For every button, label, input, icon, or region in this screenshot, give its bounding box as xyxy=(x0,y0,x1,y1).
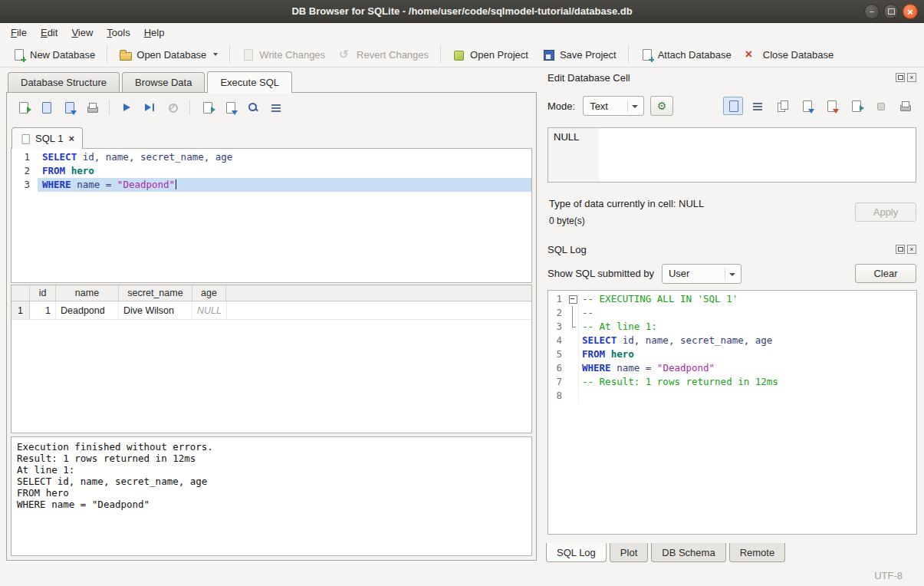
table-cell[interactable]: Dive Wilson xyxy=(119,301,192,319)
log-filter-select[interactable]: User xyxy=(662,264,742,284)
save-project-button[interactable]: Save Project xyxy=(536,45,623,64)
text-mode-button[interactable] xyxy=(723,97,743,115)
code-line[interactable]: 1SELECT id, name, secret_name, age xyxy=(12,150,531,164)
word-wrap-cell-button[interactable] xyxy=(748,97,768,115)
float-dock-icon[interactable] xyxy=(896,73,905,82)
code-line[interactable]: 3-- At line 1: xyxy=(548,320,916,334)
execute-all-icon xyxy=(120,101,133,114)
sql-token: id, name, secret_name, age xyxy=(77,151,232,163)
write-changes-label: Write Changes xyxy=(259,49,325,61)
message-line: SELECT id, name, secret_name, age xyxy=(17,476,526,487)
dock-tab-plot[interactable]: Plot xyxy=(610,543,648,562)
sql-token: FROM xyxy=(582,348,605,360)
save-sql-file-as-icon xyxy=(63,101,75,114)
code-line[interactable]: 6WHERE name = "Deadpond" xyxy=(548,361,916,375)
close-database-icon: × xyxy=(745,48,758,61)
titlebar[interactable]: DB Browser for SQLite - /home/user/code/… xyxy=(0,0,924,23)
fold-marker-icon xyxy=(567,306,579,320)
tab-browse-data[interactable]: Browse Data xyxy=(122,72,205,92)
export-cell-button[interactable] xyxy=(821,97,841,115)
sql-editor-tab[interactable]: SQL 1 × xyxy=(12,127,83,149)
dock-tab-db-schema[interactable]: DB Schema xyxy=(651,543,725,562)
cell-editor[interactable]: NULL xyxy=(547,127,916,183)
maximize-button[interactable] xyxy=(883,4,899,19)
line-number: 3 xyxy=(548,320,567,334)
print-cell-button[interactable] xyxy=(895,97,915,115)
execute-all-button[interactable] xyxy=(117,97,136,117)
clear-log-button[interactable]: Clear xyxy=(855,264,916,283)
sql-token: -- EXECUTING ALL IN 'SQL 1' xyxy=(582,293,738,305)
open-project-button[interactable]: Open Project xyxy=(446,45,534,64)
minimize-button[interactable]: − xyxy=(864,4,880,19)
print-sql-button[interactable] xyxy=(82,97,102,117)
code-line[interactable]: 4SELECT id, name, secret_name, age xyxy=(548,334,916,347)
save-sql-file-as-button[interactable] xyxy=(59,97,79,117)
menubar: File Edit View Tools Help xyxy=(0,23,924,42)
encoding-indicator[interactable]: UTF-8 xyxy=(874,570,903,581)
import-cell-button[interactable] xyxy=(797,97,817,115)
copy-icon xyxy=(776,100,788,112)
menu-edit[interactable]: Edit xyxy=(34,25,64,41)
save-cell-as-button[interactable] xyxy=(846,97,866,115)
word-wrap-button[interactable] xyxy=(266,97,286,117)
code-text: SELECT id, name, secret_name, age xyxy=(579,334,916,347)
code-text: -- xyxy=(579,306,916,320)
code-line[interactable]: 2-- xyxy=(548,306,916,320)
copy-cell-button[interactable] xyxy=(772,97,792,115)
open-database-button[interactable]: Open Database xyxy=(113,45,224,64)
find-replace-button[interactable] xyxy=(243,97,263,117)
tab-execute-sql[interactable]: Execute SQL xyxy=(207,71,292,93)
menu-view[interactable]: View xyxy=(64,25,100,41)
column-header[interactable]: age xyxy=(192,285,226,301)
save-sql-file-button[interactable] xyxy=(36,97,56,117)
message-line: At line 1: xyxy=(17,464,526,476)
column-header[interactable]: name xyxy=(56,285,119,301)
open-database-dropdown-icon[interactable] xyxy=(213,53,218,56)
sql-log-view[interactable]: 1-- EXECUTING ALL IN 'SQL 1'2--3-- At li… xyxy=(547,290,917,535)
code-line[interactable]: 3WHERE name = "Deadpond" xyxy=(12,178,531,192)
mode-select[interactable]: Text xyxy=(583,96,644,116)
window-title: DB Browser for SQLite - /home/user/code/… xyxy=(0,5,924,17)
auto-detect-mode-button[interactable]: ⚙ xyxy=(650,96,673,116)
export-results-button[interactable] xyxy=(197,97,217,117)
close-database-button[interactable]: × Close Database xyxy=(739,45,840,64)
new-database-button[interactable]: New Database xyxy=(6,45,101,64)
tab-database-structure[interactable]: Database Structure xyxy=(8,72,120,92)
close-dock-icon[interactable]: × xyxy=(907,245,916,254)
table-cell[interactable]: NULL xyxy=(192,301,227,319)
execute-sql-pane: SQL 1 × 1SELECT id, name, secret_name, a… xyxy=(6,92,537,561)
sql-editor[interactable]: 1SELECT id, name, secret_name, age2FROM … xyxy=(11,148,532,283)
close-dock-icon[interactable]: × xyxy=(907,73,916,82)
column-header[interactable]: id xyxy=(30,285,56,301)
table-cell[interactable]: Deadpond xyxy=(56,301,119,319)
sql-token xyxy=(65,165,71,176)
execution-message-area[interactable]: Execution finished without errors.Result… xyxy=(11,436,532,556)
close-button[interactable]: × xyxy=(903,4,918,19)
float-dock-icon[interactable] xyxy=(896,245,905,254)
code-line[interactable]: 5FROM hero xyxy=(548,347,916,361)
code-line[interactable]: 8 xyxy=(548,389,916,403)
toolbar-separator xyxy=(189,100,190,115)
close-tab-icon[interactable]: × xyxy=(68,133,74,143)
row-number[interactable]: 1 xyxy=(12,301,30,319)
dock-tab-sql-log[interactable]: SQL Log xyxy=(546,543,607,562)
message-line: WHERE name = "Deadpond" xyxy=(17,499,526,510)
execute-current-line-button[interactable] xyxy=(140,97,159,117)
dock-tab-remote[interactable]: Remote xyxy=(729,543,786,562)
code-line[interactable]: 2FROM hero xyxy=(12,164,531,178)
attach-database-button[interactable]: Attach Database xyxy=(634,45,738,64)
menu-tools[interactable]: Tools xyxy=(100,25,136,41)
table-cell[interactable]: 1 xyxy=(30,301,56,319)
column-header[interactable]: secret_name xyxy=(119,285,192,301)
print-icon xyxy=(86,101,98,114)
set-null-button xyxy=(870,97,890,115)
menu-help[interactable]: Help xyxy=(137,25,172,41)
save-results-button[interactable] xyxy=(220,97,240,117)
line-number: 5 xyxy=(548,347,567,361)
save-sql-file-icon xyxy=(40,101,52,114)
code-line[interactable]: 1-- EXECUTING ALL IN 'SQL 1' xyxy=(548,292,916,306)
word-wrap-icon xyxy=(751,100,764,112)
open-sql-file-button[interactable] xyxy=(13,97,33,117)
menu-file[interactable]: File xyxy=(4,25,34,41)
code-line[interactable]: 7-- Result: 1 rows returned in 12ms xyxy=(548,375,916,389)
